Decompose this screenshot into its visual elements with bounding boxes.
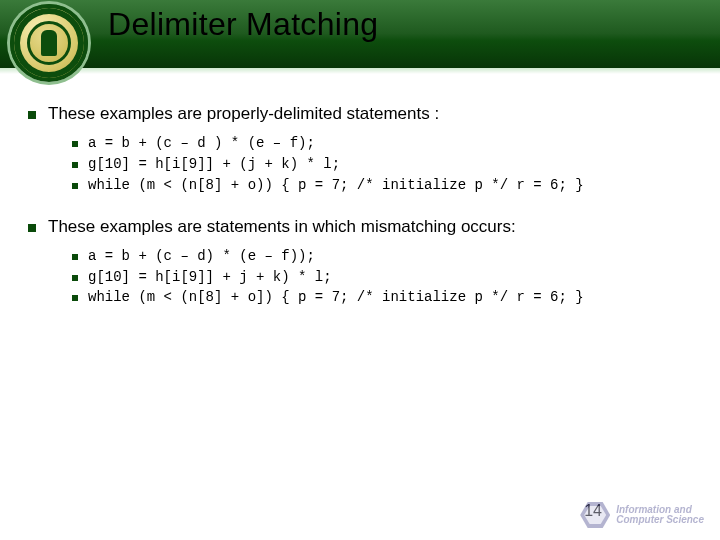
- list-item: g[10] = h[i[9]] + j + k) * l;: [72, 268, 696, 287]
- section-heading: These examples are properly-delimited st…: [28, 104, 696, 124]
- bullet-square-small-icon: [72, 183, 78, 189]
- code-line: a = b + (c – d) * (e – f));: [88, 247, 315, 266]
- slide-title: Delimiter Matching: [108, 6, 378, 43]
- header-band: Delimiter Matching: [0, 0, 720, 74]
- section-heading-text: These examples are properly-delimited st…: [48, 104, 439, 124]
- list-item: while (m < (n[8] + o)) { p = 7; /* initi…: [72, 176, 696, 195]
- bullet-square-small-icon: [72, 254, 78, 260]
- code-line: a = b + (c – d ) * (e – f);: [88, 134, 315, 153]
- footer-dept-text: Information and Computer Science: [616, 505, 704, 526]
- code-line: g[10] = h[i[9]] + (j + k) * l;: [88, 155, 340, 174]
- code-list: a = b + (c – d ) * (e – f); g[10] = h[i[…: [72, 134, 696, 195]
- bullet-square-small-icon: [72, 275, 78, 281]
- list-item: g[10] = h[i[9]] + (j + k) * l;: [72, 155, 696, 174]
- code-line: g[10] = h[i[9]] + j + k) * l;: [88, 268, 332, 287]
- bullet-square-small-icon: [72, 141, 78, 147]
- content-area: These examples are properly-delimited st…: [0, 74, 720, 307]
- bullet-square-small-icon: [72, 295, 78, 301]
- code-line: while (m < (n[8] + o]) { p = 7; /* initi…: [88, 288, 584, 307]
- list-item: a = b + (c – d ) * (e – f);: [72, 134, 696, 153]
- footer-logo: Information and Computer Science: [580, 502, 704, 528]
- code-line: while (m < (n[8] + o)) { p = 7; /* initi…: [88, 176, 584, 195]
- ics-hex-icon: [580, 502, 610, 528]
- bullet-square-small-icon: [72, 162, 78, 168]
- footer-line1: Information and: [616, 504, 692, 515]
- code-list: a = b + (c – d) * (e – f)); g[10] = h[i[…: [72, 247, 696, 308]
- bullet-square-icon: [28, 111, 36, 119]
- section-heading-text: These examples are statements in which m…: [48, 217, 516, 237]
- footer-line2: Computer Science: [616, 514, 704, 525]
- section-heading: These examples are statements in which m…: [28, 217, 696, 237]
- university-seal-icon: [10, 4, 88, 82]
- list-item: a = b + (c – d) * (e – f));: [72, 247, 696, 266]
- bullet-square-icon: [28, 224, 36, 232]
- list-item: while (m < (n[8] + o]) { p = 7; /* initi…: [72, 288, 696, 307]
